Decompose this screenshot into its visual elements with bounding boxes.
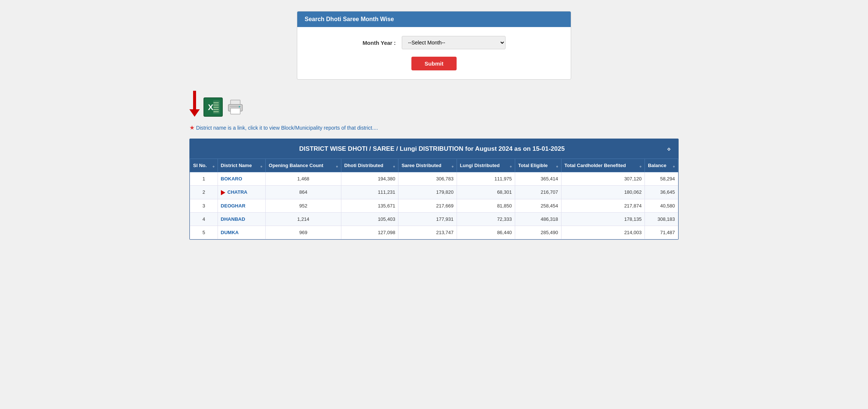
- cell-opening: 969: [266, 226, 341, 239]
- star-icon: ★: [189, 124, 195, 131]
- cell-district[interactable]: CHATRA: [218, 186, 265, 199]
- icons-row: X: [189, 91, 679, 117]
- cell-benefited: 214,003: [561, 226, 645, 239]
- district-name: DEOGHAR: [221, 203, 245, 209]
- cell-slno: 3: [190, 199, 218, 212]
- cell-lungi: 81,850: [457, 199, 515, 212]
- row-arrow-icon: [221, 190, 225, 195]
- cell-benefited: 180,062: [561, 186, 645, 199]
- svg-rect-5: [213, 107, 219, 108]
- cell-slno: 5: [190, 226, 218, 239]
- col-lungi-label: Lungi Distributed: [460, 163, 500, 168]
- col-eligible-label: Total Eligible: [518, 163, 548, 168]
- svg-rect-7: [213, 111, 219, 112]
- cell-slno: 4: [190, 212, 218, 226]
- cell-district[interactable]: DEOGHAR: [218, 199, 265, 212]
- cell-benefited: 217,874: [561, 199, 645, 212]
- col-header-district[interactable]: District Name ⬦: [218, 159, 265, 172]
- col-header-benefited[interactable]: Total Cardholder Benefited ⬦: [561, 159, 645, 172]
- col-slno-sort[interactable]: ⬦: [212, 164, 215, 168]
- cell-lungi: 68,301: [457, 186, 515, 199]
- col-opening-label: Opening Balance Count: [269, 163, 323, 168]
- arrow-container: [189, 91, 200, 117]
- table-title-bar: DISTRICT WISE DHOTI / SAREE / Lungi DIST…: [190, 139, 678, 159]
- col-benefited-label: Total Cardholder Benefited: [564, 163, 626, 168]
- col-lungi-sort[interactable]: ⬦: [510, 164, 512, 168]
- svg-rect-4: [213, 104, 219, 106]
- col-header-opening[interactable]: Opening Balance Count ⬦: [266, 159, 341, 172]
- printer-icon: [227, 99, 244, 115]
- district-name: DHANBAD: [221, 216, 245, 222]
- table-row: 4DHANBAD1,214105,403177,93172,333486,318…: [190, 212, 678, 226]
- col-district-label: District Name: [221, 163, 252, 168]
- cell-saree: 217,669: [398, 199, 457, 212]
- col-balance-label: Balance: [648, 163, 666, 168]
- cell-dhoti: 194,380: [341, 172, 398, 186]
- col-header-slno[interactable]: Sl No. ⬦: [190, 159, 218, 172]
- col-dhoti-label: Dhoti Distributed: [344, 163, 383, 168]
- table-body: 1BOKARO1,468194,380306,783111,975365,414…: [190, 172, 678, 239]
- month-year-label: Month Year :: [362, 40, 396, 46]
- district-name: BOKARO: [221, 176, 242, 182]
- table-row: 3DEOGHAR952135,671217,66981,850258,45421…: [190, 199, 678, 212]
- submit-row: Submit: [305, 57, 563, 70]
- cell-slno: 1: [190, 172, 218, 186]
- table-container: DISTRICT WISE DHOTI / SAREE / Lungi DIST…: [189, 139, 679, 240]
- col-header-eligible[interactable]: Total Eligible ⬦: [515, 159, 561, 172]
- cell-saree: 306,783: [398, 172, 457, 186]
- district-name: DUMKA: [221, 230, 239, 235]
- table-row: 5DUMKA969127,098213,74786,440285,490214,…: [190, 226, 678, 239]
- cell-lungi: 72,333: [457, 212, 515, 226]
- col-header-dhoti[interactable]: Dhoti Distributed ⬦: [341, 159, 398, 172]
- cell-benefited: 178,135: [561, 212, 645, 226]
- svg-rect-10: [231, 108, 240, 114]
- col-district-sort[interactable]: ⬦: [260, 164, 262, 168]
- cell-dhoti: 105,403: [341, 212, 398, 226]
- cell-dhoti: 135,671: [341, 199, 398, 212]
- cell-lungi: 86,440: [457, 226, 515, 239]
- district-name: CHATRA: [228, 189, 248, 195]
- svg-rect-6: [213, 109, 219, 110]
- col-dhoti-sort[interactable]: ⬦: [393, 164, 395, 168]
- cell-saree: 179,820: [398, 186, 457, 199]
- cell-opening: 1,214: [266, 212, 341, 226]
- excel-export-button[interactable]: X: [203, 97, 223, 117]
- notice-message: District name is a link, click it to vie…: [196, 125, 378, 131]
- col-header-saree[interactable]: Saree Distributed ⬦: [398, 159, 457, 172]
- cell-district[interactable]: DUMKA: [218, 226, 265, 239]
- cell-balance: 36,645: [645, 186, 678, 199]
- cell-district[interactable]: BOKARO: [218, 172, 265, 186]
- notice-text: ★ District name is a link, click it to v…: [189, 124, 679, 131]
- table-header-row: Sl No. ⬦ District Name ⬦ Opening Balance…: [190, 159, 678, 172]
- arrow-shaft: [193, 91, 196, 109]
- print-button[interactable]: [226, 97, 245, 117]
- table-row: 1BOKARO1,468194,380306,783111,975365,414…: [190, 172, 678, 186]
- col-balance-sort[interactable]: ⬦: [673, 164, 675, 168]
- cell-balance: 71,487: [645, 226, 678, 239]
- cell-slno: 2: [190, 186, 218, 199]
- col-header-balance[interactable]: Balance ⬦: [645, 159, 678, 172]
- excel-icon: X: [206, 100, 220, 114]
- cell-opening: 864: [266, 186, 341, 199]
- cell-district[interactable]: DHANBAD: [218, 212, 265, 226]
- cell-eligible: 258,454: [515, 199, 561, 212]
- search-card-header: Search Dhoti Saree Month Wise: [297, 11, 571, 27]
- submit-button[interactable]: Submit: [411, 57, 457, 70]
- month-select[interactable]: --Select Month-- January 2025 December 2…: [402, 36, 506, 49]
- cell-opening: 1,468: [266, 172, 341, 186]
- search-card-body: Month Year : --Select Month-- January 20…: [297, 27, 571, 79]
- svg-rect-3: [213, 102, 219, 103]
- month-year-row: Month Year : --Select Month-- January 20…: [305, 36, 563, 49]
- col-saree-label: Saree Distributed: [401, 163, 441, 168]
- col-header-lungi[interactable]: Lungi Distributed ⬦: [457, 159, 515, 172]
- col-saree-sort[interactable]: ⬦: [451, 164, 454, 168]
- table-row: 2CHATRA864111,231179,82068,301216,707180…: [190, 186, 678, 199]
- cell-benefited: 307,120: [561, 172, 645, 186]
- cell-eligible: 285,490: [515, 226, 561, 239]
- table-sort-icon[interactable]: ⬦: [667, 145, 671, 153]
- col-opening-sort[interactable]: ⬦: [336, 164, 338, 168]
- cell-dhoti: 127,098: [341, 226, 398, 239]
- cell-eligible: 216,707: [515, 186, 561, 199]
- col-benefited-sort[interactable]: ⬦: [639, 164, 642, 168]
- col-eligible-sort[interactable]: ⬦: [556, 164, 558, 168]
